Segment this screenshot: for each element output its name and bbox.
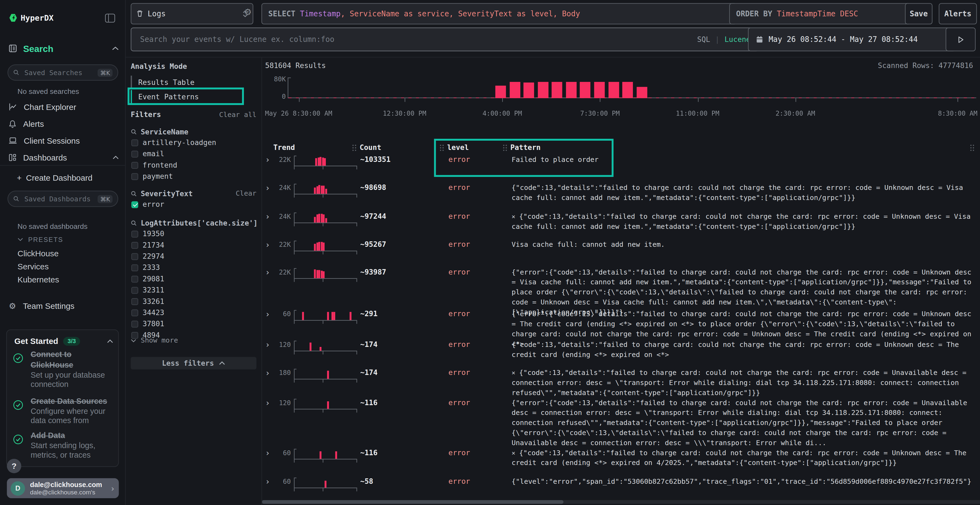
filter-item[interactable]: 37801 — [130, 318, 256, 329]
sql-mode-toggle[interactable]: SQL — [697, 35, 710, 44]
no-saved-dashboards-note: No saved dashboards — [18, 222, 88, 230]
preset-services[interactable]: Services — [18, 262, 49, 271]
user-menu[interactable]: D dale@clickhouse.com dale@clickhouse.co… — [7, 478, 119, 499]
preset-kubernetes[interactable]: Kubernetes — [18, 275, 59, 284]
source-settings-gear-icon[interactable]: ⚙ — [244, 8, 252, 16]
checkbox[interactable] — [131, 286, 138, 293]
pattern-count: ~116 — [360, 448, 377, 457]
source-select[interactable]: Logs — [130, 3, 253, 24]
sidebar-item-client-sessions[interactable]: Client Sessions — [9, 135, 119, 146]
checkbox[interactable] — [131, 139, 138, 146]
filter-item[interactable]: 22974 — [130, 251, 256, 262]
get-started-item-desc: Set up your database connection — [31, 371, 115, 389]
user-email: dale@clickhouse.com — [30, 481, 105, 489]
checkbox[interactable] — [131, 309, 138, 316]
checkbox[interactable] — [131, 264, 138, 271]
checkbox[interactable] — [131, 201, 138, 208]
chevron-up-icon[interactable] — [107, 339, 113, 343]
checkbox[interactable] — [131, 162, 138, 168]
sidebar-item-team-settings[interactable]: ⚙ Team Settings — [9, 301, 74, 310]
drag-handle-icon[interactable] — [352, 145, 356, 151]
order-by-input[interactable]: ORDER BY TimestampTime DESC — [729, 3, 911, 24]
filter-item[interactable]: 19350 — [130, 228, 256, 240]
column-header-pattern[interactable]: Pattern — [511, 143, 541, 152]
sidebar-item-alerts[interactable]: Alerts — [9, 118, 119, 129]
filter-item[interactable]: 33261 — [130, 296, 256, 307]
get-started-item-sources[interactable]: Create Data Sources Configure where your… — [13, 397, 115, 425]
saved-searches-input[interactable]: ⌘K — [8, 65, 118, 81]
trend-axis-label: 22K — [266, 241, 291, 248]
x-axis-label: 4:00:00 PM — [458, 110, 546, 117]
checkbox[interactable] — [131, 173, 138, 179]
search-input[interactable] — [139, 34, 692, 44]
lucene-mode-toggle[interactable]: Lucene — [724, 35, 750, 44]
create-dashboard-button[interactable]: + Create Dashboard — [17, 173, 92, 182]
filter-item[interactable]: 29081 — [130, 273, 256, 284]
results-area: 581604 Results Scanned Rows: 47774816 80… — [262, 57, 980, 505]
column-header-level[interactable]: level — [447, 143, 469, 152]
filter-item[interactable]: 34423 — [130, 307, 256, 318]
filter-item-label: 21734 — [143, 241, 164, 249]
drag-handle-icon[interactable] — [440, 145, 444, 151]
preset-clickhouse[interactable]: ClickHouse — [18, 249, 59, 258]
checkbox[interactable] — [131, 298, 138, 305]
pattern-count: ~174 — [360, 368, 377, 377]
sparkline-bar — [310, 343, 312, 351]
sidebar-section-search[interactable]: Search — [9, 43, 119, 54]
trend-axis-label: 120 — [266, 399, 291, 407]
filter-clear-button[interactable]: Clear — [236, 189, 256, 197]
help-button[interactable]: ? — [7, 459, 21, 473]
presets-toggle[interactable]: PRESETS — [18, 236, 63, 243]
column-header-trend[interactable]: Trend — [273, 143, 295, 152]
sparkline-bar — [325, 189, 327, 194]
checkbox[interactable] — [131, 253, 138, 260]
checkbox[interactable] — [131, 320, 138, 327]
source-select-value: Logs — [148, 9, 165, 18]
filter-item[interactable]: payment — [130, 171, 256, 182]
checkbox[interactable] — [131, 151, 138, 157]
saved-dashboards-field[interactable] — [23, 194, 94, 203]
sidebar-item-chart-explorer[interactable]: Chart Explorer — [9, 101, 119, 113]
sidebar-item-dashboards[interactable]: Dashboards — [9, 152, 119, 163]
show-more-button[interactable]: Show more — [130, 336, 178, 345]
get-started-item-add-data[interactable]: Add Data Start sending logs, metrics, or… — [13, 431, 115, 460]
sidebar-collapse-button[interactable] — [105, 14, 115, 22]
checkbox[interactable] — [131, 275, 138, 282]
x-axis-label: 2:30:00 AM — [752, 110, 839, 117]
saved-dashboards-input[interactable]: ⌘K — [8, 191, 118, 207]
drag-handle-icon[interactable] — [503, 145, 507, 151]
checkbox[interactable] — [131, 230, 138, 237]
saved-searches-field[interactable] — [23, 68, 94, 77]
event-search-input[interactable]: SQL | Lucene — [130, 27, 759, 51]
column-header-count[interactable]: Count — [360, 143, 381, 152]
mode-event-patterns[interactable]: Event Patterns — [130, 90, 224, 103]
pattern-level: error — [449, 212, 470, 221]
sparkline-bar — [335, 451, 337, 459]
checkbox[interactable] — [131, 241, 138, 248]
filter-item[interactable]: frontend — [130, 159, 256, 171]
scrollbar-thumb[interactable] — [262, 500, 564, 504]
get-started-item-connect[interactable]: Connect to ClickHouse Set up your databa… — [13, 349, 115, 389]
results-histogram[interactable]: May 26 8:30:00 AM12:30:00 PM4:00:00 PM7:… — [288, 78, 976, 98]
filter-item-label: 37801 — [143, 319, 164, 328]
pattern-level: error — [449, 267, 470, 276]
pattern-count: ~95267 — [360, 240, 386, 249]
pattern-count: ~58 — [360, 477, 373, 486]
save-button[interactable]: Save — [905, 3, 932, 24]
select-query-input[interactable]: SELECT Timestamp, ServiceName as service… — [261, 3, 737, 24]
filter-item[interactable]: artillery-loadgen — [130, 137, 256, 148]
clear-all-button[interactable]: Clear all — [219, 111, 256, 119]
alerts-button[interactable]: Alerts — [939, 3, 977, 24]
filter-item[interactable]: 2333 — [130, 262, 256, 273]
sparkline-bar — [320, 214, 322, 222]
mode-results-table[interactable]: Results Table — [130, 76, 224, 89]
filter-item[interactable]: 21734 — [130, 240, 256, 251]
horizontal-scrollbar[interactable] — [262, 500, 980, 504]
date-range-picker[interactable]: May 26 08:52:44 - May 27 08:52:44 — [748, 27, 956, 51]
filter-item[interactable]: error — [130, 199, 256, 210]
run-query-button[interactable] — [946, 27, 976, 51]
filter-item[interactable]: email — [130, 148, 256, 159]
less-filters-button[interactable]: Less filters — [130, 357, 256, 370]
drag-handle-icon[interactable] — [970, 145, 974, 151]
filter-item[interactable]: 32311 — [130, 284, 256, 295]
